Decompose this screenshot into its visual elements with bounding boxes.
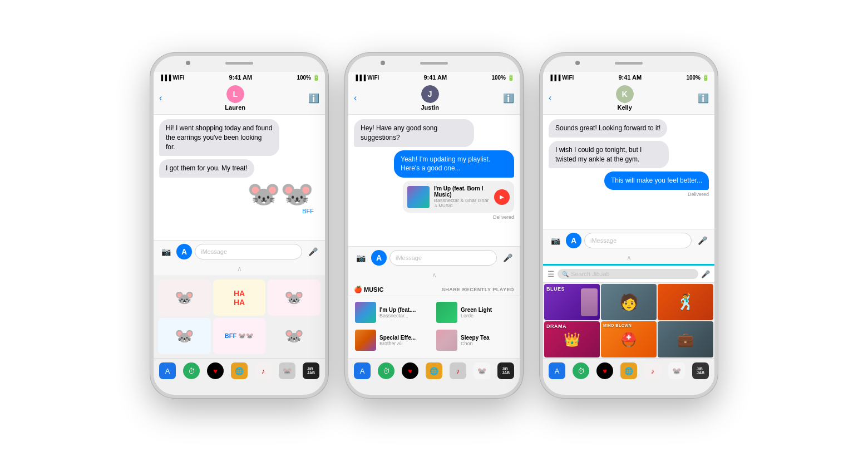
tray-jibjab-3[interactable]: JIBJAB bbox=[692, 362, 709, 379]
jibjab-search-bar-3: ☰ 🔍 Search JibJab 🎤 bbox=[543, 266, 714, 283]
chevron-3: ∧ bbox=[543, 252, 714, 264]
music-item-2-3[interactable]: Special Effe... Brother Ali bbox=[353, 326, 434, 354]
app-icon-2[interactable]: A bbox=[371, 250, 387, 266]
info-button-1[interactable]: ℹ️ bbox=[308, 93, 319, 104]
jibjab-item-3-1[interactable]: BLUES bbox=[544, 284, 600, 320]
back-button-2[interactable]: ‹ bbox=[354, 93, 357, 103]
delivered-3: Delivered bbox=[688, 192, 709, 197]
camera-icon-2[interactable]: 📷 bbox=[353, 250, 368, 266]
app-icon-3[interactable]: A bbox=[566, 233, 581, 248]
camera-icon-3[interactable]: 📷 bbox=[548, 233, 563, 248]
app-icon-1[interactable]: A bbox=[176, 244, 192, 259]
sticker-item-3[interactable]: 🐭 bbox=[268, 280, 320, 316]
tray-appstore-3[interactable]: A bbox=[549, 362, 565, 379]
ha-ha-text: HA bbox=[234, 289, 245, 298]
message-input-3[interactable]: iMessage bbox=[584, 233, 692, 248]
input-bar-1: 📷 A iMessage 🎤 bbox=[154, 240, 325, 263]
tray-music-1[interactable]: ♪ bbox=[255, 362, 272, 379]
iphone-3: ▐▐▐ WiFi 9:41 AM 100% 🔋 ‹ K Kelly ℹ️ bbox=[540, 53, 718, 398]
tray-globe-2[interactable]: 🌐 bbox=[426, 362, 442, 379]
mic-icon-3[interactable]: 🎤 bbox=[694, 233, 710, 248]
tray-heart-1[interactable]: ♥ bbox=[207, 362, 224, 379]
music-info-2-3: Special Effe... Brother Ali bbox=[379, 335, 432, 346]
menu-icon-3[interactable]: ☰ bbox=[548, 269, 555, 278]
tray-jibjab-2[interactable]: JIBJAB bbox=[497, 362, 514, 379]
sticker-item-6[interactable]: 🐭 bbox=[268, 318, 320, 354]
jibjab-item-3-3[interactable]: 🕺 bbox=[658, 284, 713, 320]
sticker-item-2[interactable]: HA HA bbox=[213, 280, 266, 316]
chevron-1: ∧ bbox=[154, 263, 325, 275]
tray-mickey-3[interactable]: 🐭 bbox=[668, 362, 685, 379]
jibjab-figure-1 bbox=[581, 288, 598, 316]
time-1: 9:41 AM bbox=[229, 74, 252, 81]
tray-globe-1[interactable]: 🌐 bbox=[231, 362, 248, 379]
signal-wifi-1: ▐▐▐ WiFi bbox=[159, 75, 184, 81]
tray-music-3[interactable]: ♪ bbox=[644, 362, 661, 379]
bottom-bar-2 bbox=[348, 383, 520, 395]
jibjab-item-3-4[interactable]: DRAMA 👑 bbox=[544, 321, 600, 357]
sticker-grid-1: 🐭 HA HA 🐭 🐭 BFF 🐭🐭 🐭 bbox=[158, 280, 320, 354]
avatar-1: L bbox=[226, 85, 244, 103]
nav-center-3: K Kelly bbox=[616, 85, 634, 111]
app-tray-2: A ⏱ ♥ 🌐 ♪ 🐭 JIBJAB bbox=[348, 359, 520, 383]
battery-pct-3: 100% bbox=[686, 75, 701, 81]
mic-icon-2[interactable]: 🎤 bbox=[500, 250, 515, 266]
music-thumb-2-2 bbox=[436, 302, 457, 323]
sticker-item-5[interactable]: BFF 🐭🐭 bbox=[213, 318, 266, 354]
back-button-3[interactable]: ‹ bbox=[549, 93, 551, 103]
tray-mickey-1[interactable]: 🐭 bbox=[279, 362, 295, 379]
signal-icon-3: ▐▐▐ bbox=[549, 75, 560, 81]
iphone-2: ▐▐▐ WiFi 9:41 AM 100% 🔋 ‹ J Justin ℹ️ bbox=[345, 53, 523, 398]
battery-1: 100% 🔋 bbox=[297, 75, 319, 81]
chevron-icon-1: ∧ bbox=[237, 265, 242, 273]
messages-area-1: Hi! I went shopping today and found the … bbox=[154, 115, 325, 240]
music-thumb-2 bbox=[407, 186, 430, 208]
play-button-2[interactable]: ▶ bbox=[494, 189, 510, 205]
tray-appstore-1[interactable]: A bbox=[159, 362, 176, 379]
sticker-item-4[interactable]: 🐭 bbox=[158, 318, 211, 354]
music-thumb-2-3 bbox=[355, 330, 376, 351]
music-item-2-1[interactable]: I'm Up (feat.... Bassnectar... bbox=[353, 298, 434, 326]
app-tray-3: A ⏱ ♥ 🌐 ♪ 🐭 JIBJAB bbox=[543, 359, 714, 383]
info-button-3[interactable]: ℹ️ bbox=[698, 93, 709, 104]
jibjab-item-3-5[interactable]: MIND BLOWN ⛑️ bbox=[601, 321, 657, 357]
tray-heart-3[interactable]: ♥ bbox=[596, 362, 613, 379]
tray-appstore-2[interactable]: A bbox=[354, 362, 371, 379]
tray-globe-3[interactable]: 🌐 bbox=[620, 362, 637, 379]
tray-clock-3[interactable]: ⏱ bbox=[573, 362, 589, 379]
tray-heart-2[interactable]: ♥ bbox=[402, 362, 418, 379]
top-bar-2 bbox=[348, 56, 520, 72]
jibjab-figure-4: 👑 bbox=[564, 332, 580, 347]
music-grid-2: I'm Up (feat.... Bassnectar... Green Lig… bbox=[348, 296, 520, 359]
music-item-2-2[interactable]: Green Light Lorde bbox=[434, 298, 515, 326]
info-button-2[interactable]: ℹ️ bbox=[503, 93, 514, 104]
msg-3-1: Sounds great! Looking forward to it! bbox=[549, 119, 667, 138]
camera-icon-1[interactable]: 📷 bbox=[158, 244, 174, 259]
jibjab-label-1: BLUES bbox=[546, 286, 565, 292]
tray-music-2[interactable]: ♪ bbox=[450, 362, 466, 379]
tray-clock-2[interactable]: ⏱ bbox=[378, 362, 394, 379]
music-card-2: I'm Up (feat. Born I Music) Bassnectar &… bbox=[403, 181, 514, 213]
jibjab-figure-5: ⛑️ bbox=[620, 332, 637, 347]
tray-mickey-2[interactable]: 🐭 bbox=[474, 362, 490, 379]
music-title-2-1: I'm Up (feat.... bbox=[379, 307, 432, 313]
message-input-2[interactable]: iMessage bbox=[389, 250, 497, 266]
music-tray-2: 🍎 MUSIC SHARE RECENTLY PLAYED I'm Up (fe… bbox=[348, 281, 520, 359]
signal-icon-1: ▐▐▐ bbox=[159, 75, 171, 81]
wifi-icon-2: WiFi bbox=[367, 75, 379, 81]
back-button-1[interactable]: ‹ bbox=[159, 93, 162, 103]
jibjab-item-3-6[interactable]: 💼 bbox=[658, 321, 713, 357]
tray-clock-1[interactable]: ⏱ bbox=[183, 362, 200, 379]
tray-jibjab-1[interactable]: JIBJAB bbox=[303, 362, 319, 379]
music-item-2-4[interactable]: Sleepy Tea Chon bbox=[434, 326, 515, 354]
wifi-icon-3: WiFi bbox=[562, 75, 574, 81]
msg-3-2: I wish I could go tonight, but I twisted… bbox=[549, 141, 669, 169]
mic-icon-1[interactable]: 🎤 bbox=[305, 244, 320, 259]
message-input-1[interactable]: iMessage bbox=[195, 244, 302, 259]
jibjab-item-3-2[interactable]: 🧑 bbox=[601, 284, 657, 320]
msg-2-2: Yeah! I'm updating my playlist. Here's a… bbox=[394, 150, 514, 178]
jibjab-mic-icon-3[interactable]: 🎤 bbox=[701, 270, 710, 278]
sticker-item-1[interactable]: 🐭 bbox=[158, 280, 211, 316]
screen-1: ▐▐▐ WiFi 9:41 AM 100% 🔋 ‹ L Lauren bbox=[154, 72, 325, 383]
music-title-2-4: Sleepy Tea bbox=[461, 335, 513, 341]
